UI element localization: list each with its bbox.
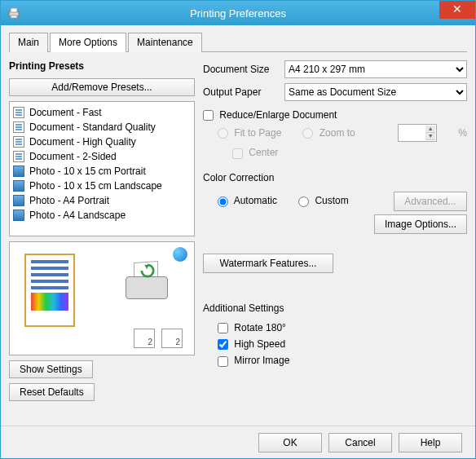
fit-to-page-radio: Fit to Page [218,127,281,139]
mirror-image-checkbox[interactable]: Mirror Image [218,355,467,366]
color-automatic-radio[interactable]: Automatic [218,195,277,206]
preset-item[interactable]: Photo - 10 x 15 cm Landscape [13,179,191,193]
center-label: Center [249,147,278,158]
document-size-label: Document Size [203,64,280,75]
presets-heading: Printing Presets [9,60,195,72]
color-correction-label: Color Correction [203,172,467,183]
help-button[interactable]: Help [399,433,462,452]
content-area: Main More Options Maintenance Printing P… [1,25,475,426]
preset-item[interactable]: Document - 2-Sided [13,149,191,164]
high-speed-label: High Speed [234,338,285,350]
tabstrip: Main More Options Maintenance [9,32,467,52]
document-size-select[interactable]: A4 210 x 297 mm [284,60,467,78]
document-icon [13,151,24,162]
center-checkbox: Center [232,147,278,158]
preset-label: Document - High Quality [29,136,136,148]
cancel-button[interactable]: Cancel [328,433,392,452]
left-column: Printing Presets Add/Remove Presets... D… [9,59,195,422]
document-icon [13,136,24,148]
tab-body: Printing Presets Add/Remove Presets... D… [9,59,467,422]
ok-button[interactable]: OK [258,433,322,452]
zoom-to-label: Zoom to [320,127,355,139]
output-paper-select[interactable]: Same as Document Size [284,83,467,101]
dialog-window: Printing Preferences ✕ Main More Options… [0,0,476,459]
zoom-percent-spinner: ▲▼ [398,124,437,142]
fit-to-page-label: Fit to Page [234,127,281,139]
preset-label: Document - Fast [29,107,102,118]
dialog-footer: OK Cancel Help [1,426,475,458]
photo-icon [13,166,24,177]
show-settings-button[interactable]: Show Settings [9,360,93,378]
preset-item[interactable]: Document - Standard Quality [13,120,191,135]
color-custom-radio[interactable]: Custom [298,195,349,206]
titlebar: Printing Preferences ✕ [1,1,475,25]
preset-item[interactable]: Document - Fast [13,105,191,120]
tab-more-options[interactable]: More Options [50,33,126,52]
preview-printer-icon [124,262,170,299]
collate-icon: 2 2 [134,329,183,348]
tab-main[interactable]: Main [9,33,48,52]
high-speed-checkbox[interactable]: High Speed [218,338,467,350]
right-column: Document Size A4 210 x 297 mm Output Pap… [203,59,467,422]
preset-label: Document - 2-Sided [29,151,117,162]
mirror-image-label: Mirror Image [234,355,289,366]
color-automatic-label: Automatic [234,195,277,206]
percent-label: % [458,127,467,139]
preset-item[interactable]: Photo - A4 Landscape [13,208,191,223]
window-title: Printing Preferences [1,7,475,20]
reset-defaults-button[interactable]: Reset Defaults [9,383,95,401]
preset-label: Document - Standard Quality [29,121,156,133]
document-icon [13,121,24,133]
rotate-180-label: Rotate 180° [234,322,286,333]
preview-pane: 2 2 [9,241,195,355]
preset-item[interactable]: Photo - 10 x 15 cm Portrait [13,164,191,179]
preset-label: Photo - A4 Landscape [29,210,126,221]
output-paper-label: Output Paper [203,86,280,98]
preset-item[interactable]: Photo - A4 Portrait [13,193,191,208]
reduce-enlarge-checkbox[interactable]: Reduce/Enlarge Document [203,109,337,121]
preset-label: Photo - 10 x 15 cm Landscape [29,180,162,192]
refresh-icon [173,247,187,262]
color-custom-label: Custom [315,195,348,206]
add-remove-presets-button[interactable]: Add/Remove Presets... [9,78,195,96]
advanced-button: Advanced... [394,192,467,211]
photo-icon [13,180,24,192]
photo-icon [13,210,24,221]
photo-icon [13,195,24,206]
document-icon [13,107,24,118]
preview-document-icon [24,254,75,327]
preset-label: Photo - 10 x 15 cm Portrait [29,166,146,177]
image-options-button[interactable]: Image Options... [374,214,467,234]
rotate-180-checkbox[interactable]: Rotate 180° [218,322,467,333]
preset-list[interactable]: Document - Fast Document - Standard Qual… [9,101,195,236]
zoom-to-radio: Zoom to [302,127,355,139]
preset-item[interactable]: Document - High Quality [13,135,191,149]
reduce-enlarge-label: Reduce/Enlarge Document [219,109,337,121]
additional-settings-label: Additional Settings [203,302,467,314]
watermark-features-button[interactable]: Watermark Features... [203,254,333,273]
close-button[interactable]: ✕ [439,1,475,19]
preset-label: Photo - A4 Portrait [29,195,109,206]
tab-maintenance[interactable]: Maintenance [128,33,202,52]
